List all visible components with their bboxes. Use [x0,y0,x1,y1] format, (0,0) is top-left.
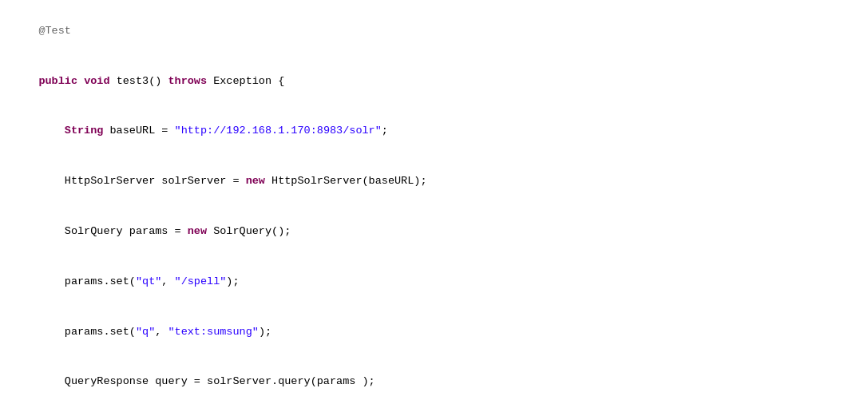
annotation-test: @Test [38,25,71,37]
code-editor: @Test public void test3() throws Excepti… [0,0,868,404]
kw-public: public [38,75,77,87]
code-line-5: SolrQuery params = new SolrQuery(); [13,207,855,257]
code-line-3: String baseURL = "http://192.168.1.170:8… [13,107,855,157]
code-line-2: public void test3() throws Exception { [13,57,855,107]
code-line-8: QueryResponse query = solrServer.query(p… [13,357,855,404]
kw-throws: throws [168,75,207,87]
code-line-4: HttpSolrServer solrServer = new HttpSolr… [13,156,855,207]
code-line-1: @Test [13,6,855,57]
kw-void: void [84,75,109,87]
code-line-6: params.set("qt", "/spell"); [13,257,855,307]
code-line-7: params.set("q", "text:sumsung"); [13,307,855,358]
